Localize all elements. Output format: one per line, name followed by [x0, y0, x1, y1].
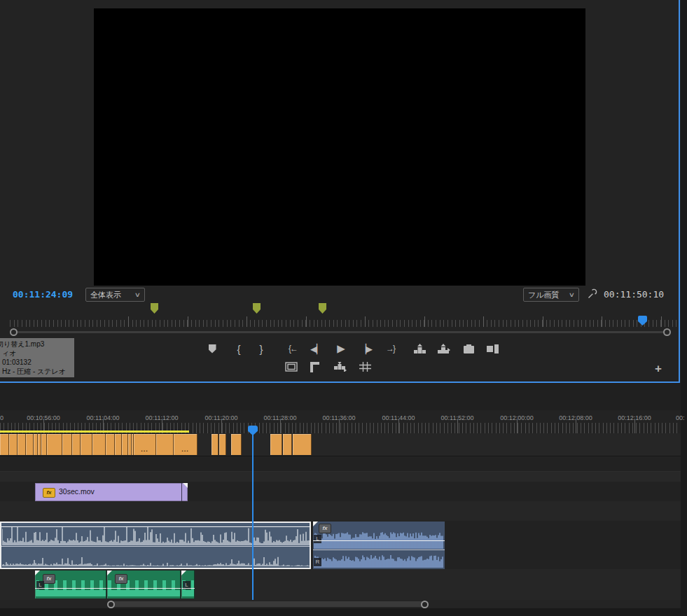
ruler-major-tick — [576, 419, 576, 433]
go-to-in-button[interactable]: {← — [285, 342, 300, 356]
comparison-view-button[interactable] — [485, 342, 501, 356]
scrollbar-left-handle[interactable] — [107, 601, 115, 608]
current-timecode[interactable]: 00:11:24:09 — [13, 289, 73, 300]
ruler-major-tick — [634, 419, 635, 433]
insert-button[interactable] — [333, 360, 348, 374]
ruler-major-tick — [128, 316, 129, 327]
clip-name: 30sec.mov — [59, 487, 95, 496]
video-clip[interactable] — [211, 434, 218, 455]
video-track-v1[interactable]: fx 30sec.mov — [0, 482, 681, 502]
chevron-down-icon: ∨ — [134, 291, 141, 298]
timeline-h-scrollbar[interactable] — [0, 600, 681, 608]
video-clip[interactable] — [106, 434, 115, 455]
export-frame-button[interactable] — [461, 342, 476, 356]
volume-line — [35, 588, 106, 589]
audio-track-a2[interactable]: fxLfxL — [0, 569, 681, 600]
video-clip[interactable]: ... — [174, 434, 197, 455]
video-clip[interactable] — [9, 434, 18, 455]
sequence-marker-icon[interactable] — [151, 303, 158, 314]
settings-wrench-icon[interactable] — [587, 288, 598, 300]
scrollbar-left-handle[interactable] — [10, 328, 18, 336]
video-clip-30sec[interactable]: fx 30sec.mov — [35, 483, 188, 501]
trim-ruler-button[interactable] — [308, 360, 324, 374]
video-clip[interactable] — [26, 434, 34, 455]
timeline-bottom-strip — [0, 608, 681, 616]
video-clip[interactable] — [219, 434, 226, 455]
mark-in-button[interactable]: { — [231, 342, 247, 356]
scrollbar-right-handle[interactable] — [663, 328, 671, 336]
audio-clip-green[interactable]: fx — [107, 570, 181, 598]
video-track-v3[interactable]: ...... — [0, 433, 681, 456]
video-clip[interactable] — [270, 434, 282, 455]
truncated-clip-label: ... — [181, 446, 189, 453]
audio-waveform — [314, 552, 444, 568]
tooltip-line: 01:03132 — [2, 358, 72, 367]
grid-snap-button[interactable] — [357, 360, 373, 374]
audio-track-a1[interactable]: fxLR — [0, 521, 681, 570]
audio-waveform — [2, 547, 310, 566]
monitor-zoom-scrollbar[interactable] — [13, 331, 667, 333]
video-clip[interactable] — [156, 434, 174, 455]
audio-clip-green[interactable]: L — [181, 570, 195, 598]
monitor-time-ruler[interactable] — [10, 316, 678, 327]
program-monitor-panel: 00:11:24:09 全体表示 ∨ フル画質 ∨ 00:11:50:10 { … — [0, 0, 681, 383]
marker-icon — [209, 344, 216, 354]
sequence-marker-icon[interactable] — [253, 303, 261, 314]
video-clip[interactable] — [283, 434, 292, 455]
safe-margins-button[interactable] — [284, 360, 299, 374]
render-bar-yellow — [0, 430, 189, 433]
go-to-out-button[interactable]: →} — [382, 342, 398, 356]
monitor-marker-strip[interactable] — [0, 303, 681, 314]
lift-button[interactable] — [412, 342, 427, 356]
step-forward-button[interactable]: ▕▶ — [358, 342, 373, 356]
audio-clip[interactable]: fxLR — [313, 522, 445, 569]
video-clip[interactable] — [41, 434, 47, 455]
video-clip[interactable] — [293, 434, 312, 455]
ruler-major-tick — [398, 419, 399, 433]
play-button[interactable]: ▶ — [333, 342, 349, 356]
video-clip[interactable] — [115, 434, 122, 455]
ruler-major-tick — [339, 419, 340, 433]
video-clip[interactable] — [62, 434, 72, 455]
step-back-button[interactable]: ◀▏ — [309, 342, 324, 356]
playback-quality-dropdown[interactable]: フル画質 ∨ — [523, 288, 579, 302]
add-marker-button[interactable] — [204, 342, 220, 356]
zoom-level-dropdown[interactable]: 全体表示 ∨ — [85, 288, 145, 302]
volume-line — [107, 588, 181, 589]
tooltip-line: Hz - 圧縮 - ステレオ — [2, 367, 72, 376]
ruler-major-tick — [306, 316, 307, 327]
ruler-major-tick — [517, 419, 518, 433]
video-clip[interactable] — [0, 434, 9, 455]
video-clip[interactable] — [231, 434, 242, 455]
sequence-marker-icon[interactable] — [319, 303, 326, 314]
timeline-ruler[interactable]: 000:10:56:0000:11:04:0000:11:12:0000:11:… — [0, 410, 681, 433]
video-clip[interactable] — [47, 434, 62, 455]
scrollbar-right-handle[interactable] — [421, 601, 429, 608]
scrollbar-bar[interactable] — [111, 601, 424, 607]
video-clip[interactable] — [122, 434, 128, 455]
add-button[interactable]: + — [651, 362, 665, 376]
mark-out-button[interactable]: } — [254, 342, 269, 356]
extract-button[interactable] — [436, 342, 452, 356]
audio-clip-green[interactable]: fxL — [35, 570, 106, 598]
ruler-major-tick — [188, 316, 188, 327]
video-clip[interactable] — [18, 434, 26, 455]
transport-controls-row2 — [0, 360, 681, 374]
video-clip[interactable] — [92, 434, 106, 455]
video-track-v2[interactable] — [0, 456, 681, 472]
fx-badge: fx — [319, 524, 331, 533]
waveform-band — [108, 590, 180, 596]
audio-clip-selected[interactable] — [0, 522, 311, 569]
video-clip[interactable] — [72, 434, 81, 455]
waveform-band — [182, 590, 194, 596]
panel-focus-border — [679, 0, 680, 383]
track-divider-row2 — [0, 501, 681, 522]
transport-controls: { } {← ◀▏ ▶ ▕▶ →} — [0, 342, 681, 356]
fx-badge: fx — [43, 574, 55, 584]
truncated-clip-label: ... — [141, 446, 148, 453]
audio-waveform — [314, 524, 444, 549]
video-clip[interactable] — [81, 434, 92, 455]
audio-waveform — [2, 526, 310, 545]
ruler-major-tick — [543, 316, 543, 327]
video-clip[interactable]: ... — [134, 434, 156, 455]
